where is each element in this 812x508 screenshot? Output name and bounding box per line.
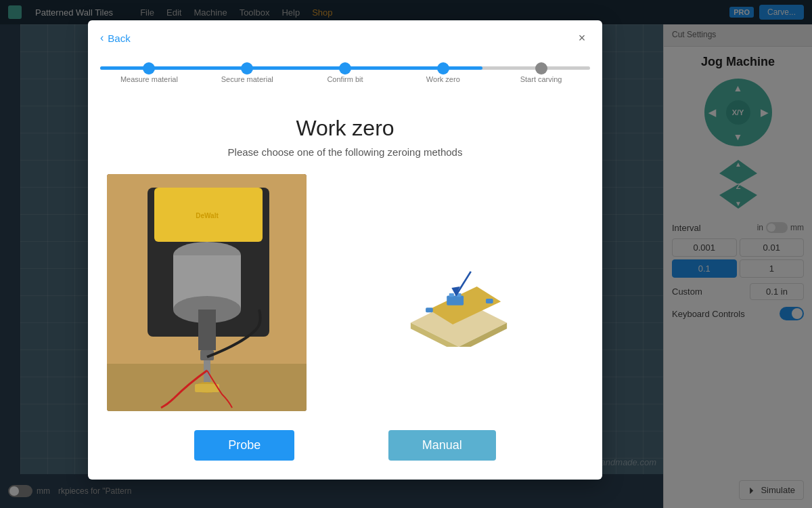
- modal-subtitle: Please choose one of the following zeroi…: [107, 146, 583, 158]
- svg-rect-12: [198, 310, 216, 350]
- modal-header: ‹ Back ×: [88, 20, 602, 46]
- svg-rect-22: [449, 293, 453, 297]
- step-dot-4: [437, 62, 449, 75]
- modal: ‹ Back × Measure material Secure: [88, 20, 602, 480]
- back-icon: ‹: [100, 32, 104, 44]
- modal-overlay: ‹ Back × Measure material Secure: [0, 0, 812, 508]
- manual-button[interactable]: Manual: [388, 430, 496, 461]
- back-button[interactable]: ‹ Back: [100, 32, 131, 44]
- svg-rect-21: [447, 295, 464, 305]
- back-label: Back: [108, 33, 130, 44]
- progress-section: Measure material Secure material Confirm…: [88, 46, 602, 110]
- step-label-5: Start carving: [492, 75, 590, 83]
- probe-button[interactable]: Probe: [194, 430, 294, 461]
- close-button[interactable]: ×: [574, 30, 590, 46]
- machine-photo-inner: DeWalt: [107, 174, 307, 411]
- progress-track: [100, 66, 590, 70]
- machine-photo: DeWalt: [107, 174, 307, 411]
- svg-rect-27: [486, 299, 493, 303]
- modal-content: Work zero Please choose one of the follo…: [88, 110, 602, 480]
- step-dot-5: [535, 62, 547, 75]
- step-dot-1: [143, 62, 155, 75]
- progress-bar: Measure material Secure material Confirm…: [100, 66, 590, 83]
- progress-labels: Measure material Secure material Confirm…: [100, 75, 590, 83]
- step-dot-3: [339, 62, 351, 75]
- svg-text:DeWalt: DeWalt: [196, 212, 219, 219]
- modal-title: Work zero: [107, 116, 583, 141]
- svg-rect-26: [426, 308, 433, 312]
- options-area: DeWalt: [107, 174, 583, 411]
- step-label-2: Secure material: [198, 75, 296, 83]
- step-label-3: Confirm bit: [296, 75, 394, 83]
- step-label-4: Work zero: [394, 75, 492, 83]
- step-dot-2: [241, 62, 253, 75]
- probe-illustration: [334, 238, 583, 347]
- progress-fill: [100, 66, 482, 70]
- modal-buttons: Probe Manual: [107, 430, 583, 461]
- step-label-1: Measure material: [100, 75, 198, 83]
